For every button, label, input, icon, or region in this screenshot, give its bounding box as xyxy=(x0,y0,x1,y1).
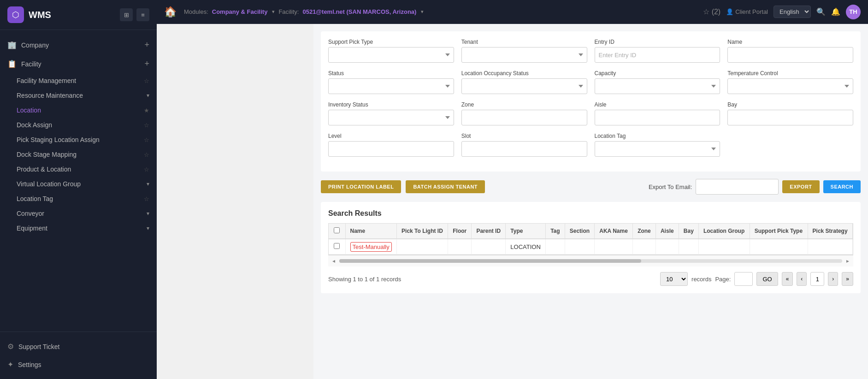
print-location-label-button[interactable]: PRINT LOCATION LABEL xyxy=(321,180,401,193)
slot-group: Slot xyxy=(461,133,587,157)
next-page-button[interactable]: › xyxy=(828,272,838,286)
level-label: Level xyxy=(328,133,454,139)
topbar: 🏠 Modules: Company & Facility ▾ Facility… xyxy=(157,0,868,24)
row-zone xyxy=(633,239,656,255)
sidebar-item-conveyor[interactable]: Conveyor ▾ xyxy=(0,206,157,221)
records-label: records xyxy=(691,276,711,283)
prev-page-button[interactable]: ‹ xyxy=(797,272,807,286)
results-title: Search Results xyxy=(328,209,853,218)
sidebar-item-facility[interactable]: 📋 Facility + xyxy=(0,54,157,73)
export-area: Export To Email: EXPORT SEARCH xyxy=(649,179,861,195)
page-number-input[interactable] xyxy=(734,272,753,286)
row-aka-name xyxy=(595,239,633,255)
batch-assign-tenant-button[interactable]: BATCH ASSIGN TENANT xyxy=(406,180,485,193)
location-star-icon[interactable]: ★ xyxy=(144,107,149,114)
go-button[interactable]: GO xyxy=(756,272,778,286)
settings-icon: ✦ xyxy=(7,360,13,369)
zone-group: Zone xyxy=(461,101,587,125)
slot-input[interactable] xyxy=(461,141,587,157)
language-select[interactable]: English xyxy=(774,6,811,18)
sidebar-item-dock-stage[interactable]: Dock Stage Mapping ☆ xyxy=(0,147,157,162)
resource-maintenance-chevron-icon[interactable]: ▾ xyxy=(147,92,149,99)
sidebar-item-resource-maintenance[interactable]: Resource Maintenance ▾ xyxy=(0,88,157,103)
company-plus-icon[interactable]: + xyxy=(144,40,149,50)
table-scrollbar: ◂ ▸ xyxy=(328,255,853,266)
aisle-input[interactable] xyxy=(595,110,720,125)
favorites-star-icon[interactable]: ☆ (2) xyxy=(703,7,720,16)
home-icon[interactable]: 🏠 xyxy=(164,6,177,18)
row-location-group xyxy=(698,239,750,255)
search-icon[interactable]: 🔍 xyxy=(816,7,826,16)
entry-id-group: Entry ID xyxy=(595,39,720,63)
grid-view-button[interactable]: ⊞ xyxy=(120,8,133,21)
row-name-cell: Test-Manually xyxy=(345,239,397,255)
facility-value[interactable]: 0521@teml.net (SAN MARCOS, Arizona) xyxy=(302,8,416,15)
level-group: Level xyxy=(328,133,454,157)
dock-assign-star-icon[interactable]: ☆ xyxy=(144,122,149,129)
dock-stage-star-icon[interactable]: ☆ xyxy=(144,151,149,158)
facility-plus-icon[interactable]: + xyxy=(144,59,149,69)
facility-management-star-icon[interactable]: ☆ xyxy=(144,77,149,84)
status-select[interactable] xyxy=(328,78,454,94)
sidebar-item-settings[interactable]: ✦ Settings xyxy=(0,355,157,373)
sidebar-logo: ⬡ xyxy=(7,6,24,23)
tenant-select[interactable] xyxy=(461,47,587,63)
location-tag-select[interactable] xyxy=(595,141,720,157)
sidebar-item-virtual-location[interactable]: Virtual Location Group ▾ xyxy=(0,177,157,191)
search-button[interactable]: SEARCH xyxy=(823,180,861,193)
pagination-controls: 10 25 50 100 records Page: GO « ‹ 1 › » xyxy=(660,272,853,286)
table-header: Name Pick To Light ID Floor Parent ID Ty… xyxy=(329,224,853,239)
entry-id-input[interactable] xyxy=(595,47,720,63)
form-section: Support Pick Type Tenant Entry ID Name S… xyxy=(321,31,861,172)
last-page-button[interactable]: » xyxy=(842,272,853,286)
export-email-label: Export To Email: xyxy=(649,184,692,190)
temperature-label: Temperature Control xyxy=(727,70,853,77)
scroll-track[interactable] xyxy=(339,259,842,263)
sidebar-item-pick-staging[interactable]: Pick Staging Location Assign ☆ xyxy=(0,132,157,147)
name-group: Name xyxy=(727,39,853,63)
temperature-select[interactable] xyxy=(727,78,853,94)
inventory-status-select[interactable] xyxy=(328,110,454,125)
virtual-location-chevron-icon[interactable]: ▾ xyxy=(147,181,149,187)
sidebar-item-location[interactable]: Location ★ xyxy=(0,103,157,118)
facility-chevron-icon[interactable]: ▾ xyxy=(421,9,424,15)
sidebar-item-product-location[interactable]: Product & Location ☆ xyxy=(0,162,157,177)
export-email-input[interactable] xyxy=(696,179,779,195)
export-button[interactable]: EXPORT xyxy=(782,180,819,193)
level-input[interactable] xyxy=(328,141,454,157)
row-checkbox[interactable] xyxy=(334,243,340,249)
row-name-link[interactable]: Test-Manually xyxy=(350,242,392,252)
sidebar-item-support-ticket[interactable]: ⚙ Support Ticket xyxy=(0,338,157,355)
scroll-right-arrow[interactable]: ▸ xyxy=(844,257,851,265)
notifications-bell-icon[interactable]: 🔔 xyxy=(831,7,840,16)
capacity-select[interactable] xyxy=(595,78,720,94)
sidebar-item-dock-assign[interactable]: Dock Assign ☆ xyxy=(0,118,157,132)
equipment-chevron-icon[interactable]: ▾ xyxy=(147,225,149,231)
modules-value[interactable]: Company & Facility xyxy=(212,8,268,15)
sidebar-item-facility-management[interactable]: Facility Management ☆ xyxy=(0,73,157,88)
modules-chevron-icon[interactable]: ▾ xyxy=(272,9,275,15)
page-size-select[interactable]: 10 25 50 100 xyxy=(660,272,688,286)
location-occupancy-label: Location Occupancy Status xyxy=(461,70,587,77)
select-all-checkbox[interactable] xyxy=(334,227,340,233)
sidebar-item-company[interactable]: 🏢 Company + xyxy=(0,36,157,54)
avatar[interactable]: TH xyxy=(846,5,861,19)
product-location-star-icon[interactable]: ☆ xyxy=(144,166,149,173)
list-view-button[interactable]: ≡ xyxy=(136,8,149,21)
client-portal-link[interactable]: 👤 Client Portal xyxy=(726,8,768,15)
conveyor-chevron-icon[interactable]: ▾ xyxy=(147,210,149,217)
support-pick-type-select[interactable] xyxy=(328,47,454,63)
col-section: Section xyxy=(565,224,595,239)
sidebar-item-location-tag[interactable]: Location Tag ☆ xyxy=(0,191,157,206)
location-tag-star-icon[interactable]: ☆ xyxy=(144,195,149,202)
name-input[interactable] xyxy=(727,47,853,63)
location-occupancy-select[interactable] xyxy=(461,78,587,94)
first-page-button[interactable]: « xyxy=(782,272,793,286)
bay-input[interactable] xyxy=(727,110,853,125)
entry-id-label: Entry ID xyxy=(595,39,720,45)
row-parent-id xyxy=(472,239,506,255)
sidebar-item-equipment[interactable]: Equipment ▾ xyxy=(0,221,157,236)
zone-input[interactable] xyxy=(461,110,587,125)
pick-staging-star-icon[interactable]: ☆ xyxy=(144,136,149,143)
scroll-left-arrow[interactable]: ◂ xyxy=(330,257,337,265)
